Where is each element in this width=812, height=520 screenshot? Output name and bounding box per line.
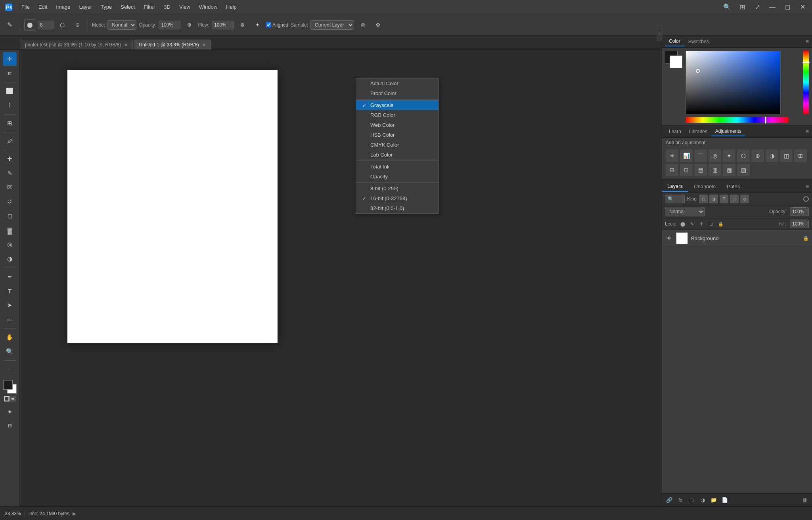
blend-mode-select[interactable]: Normal [665,207,705,216]
filter-smart-icon[interactable]: ⊕ [740,195,749,203]
adj-curves-icon[interactable]: ⌒ [694,149,707,162]
color-panel-menu[interactable]: ≡ [806,38,809,44]
adjustments-tab[interactable]: Adjustments [711,127,745,136]
aligned-label[interactable]: Aligned [266,22,288,28]
lab-color-item[interactable]: Lab Color [356,150,439,160]
menu-help[interactable]: Help [222,2,241,11]
tab-untitled[interactable]: Untitled-1 @ 33.3% (RGB/8) ✕ [134,40,211,50]
adj-huesat-icon[interactable]: ⬡ [737,149,750,162]
shape-tool[interactable]: ▭ [3,313,17,326]
menu-view[interactable]: View [175,2,194,11]
brush-preset-icon[interactable]: ⬤ [24,19,35,31]
lock-position-icon[interactable]: ✎ [688,220,696,228]
hand-tool[interactable]: ✋ [3,331,17,344]
eyedropper-tool[interactable]: 🖊 [3,134,17,148]
web-color-item[interactable]: Web Color [356,120,439,130]
cmyk-color-item[interactable]: CMYK Color [356,140,439,150]
minimize-icon[interactable]: — [766,1,779,13]
layers-visibility-toggle[interactable] [803,196,809,202]
proof-color-item[interactable]: Proof Color [356,88,439,98]
color-gradient-box[interactable] [686,51,781,114]
dodge-tool[interactable]: ◑ [3,252,17,266]
eraser-tool[interactable]: ◻ [3,209,17,223]
layer-item-background[interactable]: 👁 Background 🔒 [662,230,812,247]
16bit-item[interactable]: ✓ 16-bit (0-32768) [356,193,439,203]
close-window-icon[interactable]: ✕ [796,1,809,13]
32bit-item[interactable]: 32-bit (0.0-1.0) [356,203,439,213]
panel-collapse-btn[interactable]: » [657,25,662,41]
adj-invert-icon[interactable]: ⊡ [680,164,693,176]
lock-pixels-icon[interactable]: ⬤ [679,220,687,228]
menu-edit[interactable]: Edit [34,2,51,11]
layer-visibility-eye[interactable]: 👁 [665,234,673,242]
airbrush-icon[interactable]: ✦ [251,19,264,31]
learn-tab[interactable]: Learn [665,127,685,136]
brush-size-input[interactable] [38,21,54,29]
filter-type-icon[interactable]: T [720,195,728,203]
quick-mask-icon[interactable]: ◈ [3,405,17,418]
foreground-color-swatch[interactable] [3,380,13,390]
total-ink-item[interactable]: Total Ink [356,162,439,172]
lock-artboard-icon[interactable]: ⊟ [707,220,715,228]
flow-pressure-icon[interactable]: ⊗ [236,19,249,31]
actual-color-item[interactable]: Actual Color [356,78,439,88]
adj-vibrance-icon[interactable]: ✦ [723,149,735,162]
menu-window[interactable]: Window [195,2,221,11]
sample-dropdown[interactable]: Current Layer [310,20,354,30]
menu-select[interactable]: Select [117,2,139,11]
statusbar-arrow[interactable]: ▶ [73,511,76,516]
tab-printer-close[interactable]: ✕ [124,42,128,48]
swatches-tab[interactable]: Swatches [684,37,713,46]
link-layers-btn[interactable]: 🔗 [665,496,674,505]
hsb-color-item[interactable]: HSB Color [356,130,439,140]
menu-file[interactable]: File [17,2,34,11]
new-layer-btn[interactable]: 📄 [720,496,729,505]
brush-tool[interactable]: ✎ [3,166,17,180]
marquee-rect-tool[interactable]: ⬜ [3,84,17,98]
blur-tool[interactable]: ◎ [3,238,17,251]
artboard-tool[interactable]: ⊡ [3,67,17,80]
adj-photofilter-icon[interactable]: ◫ [780,149,793,162]
menu-filter[interactable]: Filter [140,2,159,11]
clone-stamp-tool[interactable]: ⌧ [3,181,17,194]
tab-untitled-close[interactable]: ✕ [202,42,206,48]
grayscale-item[interactable]: ✓ Grayscale [356,100,439,110]
healing-tool[interactable]: ✚ [3,152,17,166]
default-colors-icon[interactable]: ⬛ [4,396,10,401]
adj-colorbalance-icon[interactable]: ⊕ [751,149,764,162]
crop-tool[interactable]: ⊞ [3,117,17,130]
filter-adjustment-icon[interactable]: ◑ [709,195,718,203]
more-tools[interactable]: ⋯ [3,363,17,376]
layers-tab[interactable]: Layers [662,181,688,192]
8bit-item[interactable]: 8-bit (0-255) [356,184,439,193]
layers-menu-btn[interactable]: ≡ [802,184,812,189]
adj-threshold-icon[interactable]: ▥ [709,164,721,176]
menu-layer[interactable]: Layer [75,2,96,11]
path-select-tool[interactable]: ➤ [3,298,17,312]
type-tool[interactable]: T [3,284,17,298]
screen-mode-icon[interactable]: ⊟ [3,419,17,432]
fill-value-input[interactable] [790,220,809,228]
adj-selectivecolor-icon[interactable]: ▧ [737,164,750,176]
opacity-pressure-icon[interactable]: ⊕ [183,19,195,31]
channels-tab[interactable]: Channels [688,182,721,191]
adj-bw-icon[interactable]: ◑ [766,149,778,162]
adj-exposure-icon[interactable]: ◎ [709,149,721,162]
hue-bar-horizontal[interactable] [686,117,789,123]
opacity-value-input[interactable] [790,207,809,216]
rgb-color-item[interactable]: RGB Color [356,110,439,120]
aligned-checkbox[interactable] [266,22,271,27]
adj-gradientmap-icon[interactable]: ▦ [723,164,735,176]
lock-move-icon[interactable]: ✛ [698,220,706,228]
layer-styles-btn[interactable]: fx [676,496,685,505]
delete-layer-btn[interactable]: 🗑 [800,496,809,505]
adj-colorlookup-icon[interactable]: ⊟ [666,164,678,176]
adj-levels-icon[interactable]: 📊 [680,149,693,162]
lock-all-icon[interactable]: 🔒 [717,220,725,228]
zoom-tool[interactable]: 🔍 [3,345,17,358]
menu-image[interactable]: Image [52,2,74,11]
lasso-tool[interactable]: ⌇ [3,99,17,112]
clone-source-icon[interactable]: ✿ [372,19,384,31]
brush-hardness-icon[interactable]: ⬡ [56,19,69,31]
adj-channelmixer-icon[interactable]: ⊞ [794,149,807,162]
